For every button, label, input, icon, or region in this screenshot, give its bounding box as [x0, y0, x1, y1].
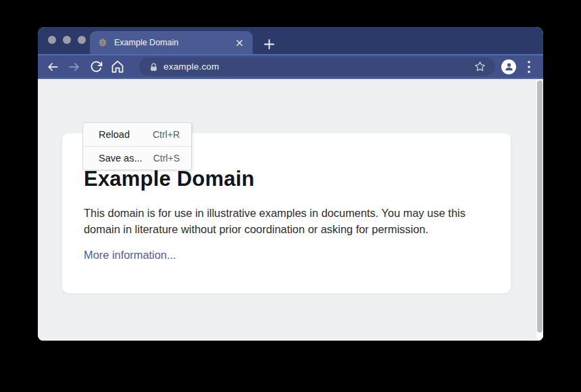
url-text: example.com: [163, 62, 474, 72]
scrollbar-thumb[interactable]: [537, 80, 542, 333]
scrollbar-track[interactable]: [536, 79, 543, 341]
toolbar: example.com: [38, 54, 543, 79]
reload-button[interactable]: [89, 60, 103, 74]
address-bar[interactable]: example.com: [139, 57, 495, 76]
window-close-button[interactable]: [48, 36, 56, 44]
window-controls: [48, 36, 86, 44]
tab-close-icon[interactable]: [234, 37, 245, 48]
profile-avatar-button[interactable]: [501, 59, 516, 74]
back-button[interactable]: [46, 60, 59, 74]
more-information-link[interactable]: More information...: [84, 249, 176, 262]
menu-item-reload[interactable]: Reload Ctrl+R: [83, 123, 191, 146]
forward-button[interactable]: [68, 60, 81, 74]
globe-favicon-icon: [98, 38, 107, 47]
window-zoom-button[interactable]: [78, 36, 86, 44]
lock-icon[interactable]: [149, 62, 158, 71]
window-minimize-button[interactable]: [63, 36, 71, 44]
tab-title: Example Domain: [114, 38, 234, 47]
page-viewport: Example Domain This domain is for use in…: [38, 79, 543, 341]
menu-item-label: Save as...: [99, 153, 142, 164]
new-tab-button[interactable]: [263, 38, 275, 50]
menu-item-label: Reload: [99, 129, 130, 140]
menu-item-shortcut: Ctrl+R: [153, 129, 180, 140]
titlebar: Example Domain: [38, 27, 543, 54]
tab-example-domain[interactable]: Example Domain: [90, 31, 253, 54]
menu-item-save-as[interactable]: Save as... Ctrl+S: [83, 147, 191, 170]
page-paragraph: This domain is for use in illustrative e…: [84, 205, 489, 238]
menu-item-shortcut: Ctrl+S: [153, 153, 180, 164]
bookmark-star-icon[interactable]: [474, 61, 486, 72]
browser-window: Example Domain: [38, 27, 543, 341]
browser-menu-button[interactable]: [523, 60, 535, 74]
home-button[interactable]: [111, 60, 124, 74]
page-title: Example Domain: [84, 167, 489, 191]
context-menu: Reload Ctrl+R Save as... Ctrl+S: [82, 122, 192, 170]
